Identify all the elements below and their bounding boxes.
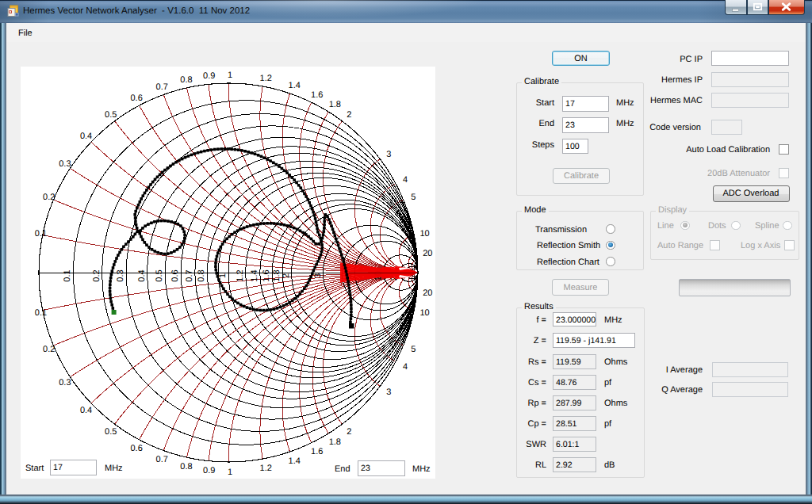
svg-text:0.6: 0.6 [170, 269, 180, 281]
svg-text:0.1: 0.1 [63, 269, 72, 281]
svg-text:10: 10 [419, 229, 429, 239]
svg-text:0.3: 0.3 [116, 269, 125, 281]
svg-text:0.1: 0.1 [35, 229, 47, 239]
svg-text:4: 4 [403, 175, 408, 185]
svg-text:1.8: 1.8 [329, 100, 341, 109]
svg-text:3: 3 [313, 273, 323, 278]
svg-text:0.7: 0.7 [185, 269, 194, 281]
svg-text:0.2: 0.2 [43, 345, 55, 354]
svg-text:4: 4 [403, 362, 408, 372]
svg-text:0.4: 0.4 [137, 269, 147, 281]
svg-text:1: 1 [228, 468, 232, 477]
svg-text:2: 2 [347, 110, 351, 120]
svg-text:5: 5 [411, 345, 416, 354]
svg-text:1.2: 1.2 [260, 464, 272, 473]
svg-text:0.4: 0.4 [80, 132, 92, 141]
svg-text:2: 2 [282, 273, 291, 278]
svg-text:0.9: 0.9 [203, 466, 215, 475]
svg-text:1.6: 1.6 [311, 90, 323, 100]
svg-text:0.8: 0.8 [180, 462, 192, 472]
svg-text:0.2: 0.2 [92, 269, 102, 281]
svg-text:0.6: 0.6 [130, 94, 142, 103]
svg-text:5: 5 [411, 193, 416, 202]
svg-text:0.8: 0.8 [197, 269, 206, 281]
svg-text:0.3: 0.3 [59, 378, 71, 388]
svg-text:1.6: 1.6 [311, 447, 323, 456]
svg-text:0.4: 0.4 [80, 406, 92, 415]
svg-text:0.8: 0.8 [180, 75, 192, 85]
svg-text:0.3: 0.3 [59, 159, 71, 169]
svg-text:1.2: 1.2 [236, 269, 245, 281]
svg-text:20: 20 [423, 288, 432, 298]
svg-text:10: 10 [419, 308, 429, 318]
svg-text:3: 3 [386, 150, 391, 159]
svg-text:1.4: 1.4 [250, 269, 259, 281]
svg-text:0.5: 0.5 [105, 110, 117, 120]
svg-text:20: 20 [423, 249, 432, 258]
svg-text:0.1: 0.1 [35, 308, 47, 318]
svg-text:1.8: 1.8 [329, 437, 341, 447]
svg-text:1: 1 [228, 71, 232, 80]
svg-text:0.6: 0.6 [130, 444, 142, 453]
svg-text:2: 2 [347, 427, 351, 437]
svg-text:0.9: 0.9 [203, 71, 215, 81]
svg-text:0.7: 0.7 [156, 455, 168, 464]
svg-text:1.4: 1.4 [289, 456, 301, 466]
svg-text:1.6: 1.6 [262, 269, 271, 281]
svg-text:0.5: 0.5 [105, 427, 117, 437]
svg-text:1.8: 1.8 [272, 269, 282, 281]
svg-text:0.7: 0.7 [156, 82, 168, 92]
svg-text:1.4: 1.4 [289, 81, 301, 90]
svg-text:3: 3 [386, 388, 391, 397]
svg-text:1: 1 [218, 273, 228, 278]
svg-text:0.5: 0.5 [155, 269, 164, 281]
svg-text:1.2: 1.2 [260, 74, 272, 83]
svg-text:0.2: 0.2 [43, 193, 55, 202]
